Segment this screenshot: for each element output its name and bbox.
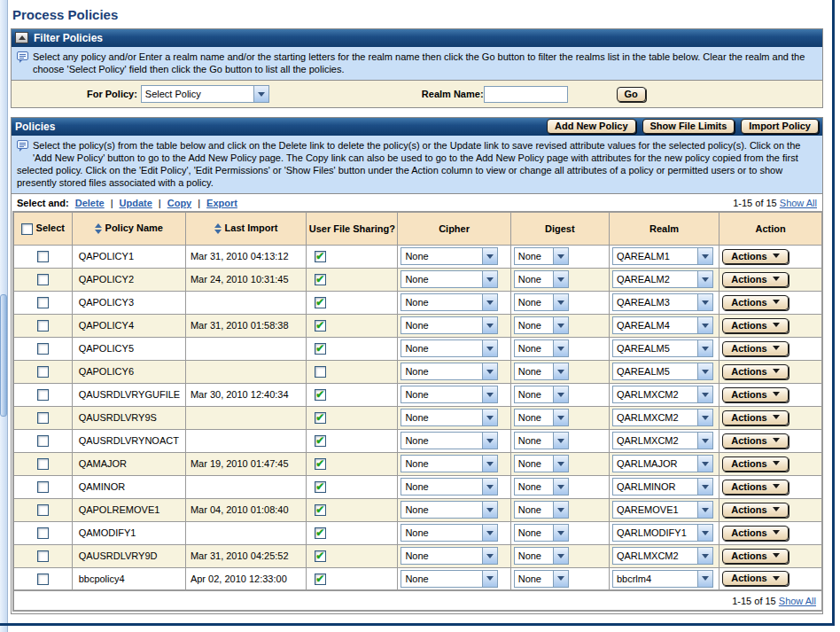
- digest-select[interactable]: None: [514, 293, 569, 311]
- col-last-import[interactable]: Last Import: [185, 212, 306, 245]
- user-file-sharing-checkbox[interactable]: [315, 297, 326, 308]
- sort-icon[interactable]: [95, 223, 102, 234]
- actions-button[interactable]: Actions: [722, 318, 788, 333]
- actions-button[interactable]: Actions: [722, 295, 788, 310]
- realm-select[interactable]: QARLMXCM2: [612, 409, 713, 426]
- realm-select[interactable]: QAREALM4: [612, 316, 713, 334]
- realm-select[interactable]: QAREALM5: [612, 363, 713, 380]
- cipher-select[interactable]: None: [401, 316, 498, 334]
- user-file-sharing-checkbox[interactable]: [315, 458, 326, 470]
- cipher-select[interactable]: None: [401, 363, 498, 380]
- actions-button[interactable]: Actions: [722, 433, 788, 449]
- row-select-checkbox[interactable]: [37, 527, 49, 539]
- row-select-checkbox[interactable]: [37, 504, 49, 516]
- realm-select[interactable]: QAREALM1: [612, 247, 713, 265]
- digest-select[interactable]: None: [514, 455, 569, 472]
- select-all-checkbox[interactable]: [21, 223, 33, 235]
- cipher-select[interactable]: None: [401, 270, 498, 288]
- col-policy-name[interactable]: Policy Name: [72, 212, 185, 245]
- show-file-limits-button[interactable]: Show File Limits: [642, 119, 735, 134]
- actions-button[interactable]: Actions: [722, 480, 788, 495]
- left-scrollbar[interactable]: [0, 0, 8, 632]
- realm-select[interactable]: QARLMAJOR: [612, 455, 713, 472]
- cipher-select[interactable]: None: [401, 293, 498, 311]
- cipher-select[interactable]: None: [401, 432, 498, 449]
- user-file-sharing-checkbox[interactable]: [315, 389, 326, 401]
- row-select-checkbox[interactable]: [37, 412, 49, 424]
- user-file-sharing-checkbox[interactable]: [315, 573, 326, 585]
- user-file-sharing-checkbox[interactable]: [315, 527, 326, 539]
- digest-select[interactable]: None: [514, 270, 569, 288]
- cipher-select[interactable]: None: [401, 455, 498, 472]
- go-button[interactable]: Go: [617, 87, 646, 102]
- actions-button[interactable]: Actions: [722, 272, 788, 287]
- row-select-checkbox[interactable]: [37, 343, 49, 355]
- user-file-sharing-checkbox[interactable]: [315, 504, 326, 516]
- actions-button[interactable]: Actions: [722, 341, 788, 356]
- copy-link[interactable]: Copy: [167, 198, 192, 208]
- realm-select[interactable]: QAREALM2: [612, 270, 713, 288]
- digest-select[interactable]: None: [514, 432, 569, 449]
- collapse-panel-button[interactable]: [15, 32, 28, 43]
- row-select-checkbox[interactable]: [37, 366, 49, 378]
- cipher-select[interactable]: None: [401, 409, 498, 426]
- digest-select[interactable]: None: [514, 547, 569, 565]
- policy-select[interactable]: Select Policy: [141, 85, 269, 103]
- cipher-select[interactable]: None: [401, 524, 498, 542]
- left-scrollbar-thumb[interactable]: [0, 294, 7, 417]
- row-select-checkbox[interactable]: [37, 251, 49, 262]
- user-file-sharing-checkbox[interactable]: [315, 251, 326, 262]
- realm-select[interactable]: QAREMOVE1: [612, 501, 713, 519]
- row-select-checkbox[interactable]: [37, 573, 49, 585]
- update-link[interactable]: Update: [120, 198, 152, 208]
- actions-button[interactable]: Actions: [722, 387, 788, 402]
- row-select-checkbox[interactable]: [37, 458, 49, 470]
- cipher-select[interactable]: None: [401, 247, 498, 265]
- row-select-checkbox[interactable]: [37, 320, 49, 332]
- user-file-sharing-checkbox[interactable]: [315, 343, 326, 355]
- sort-icon[interactable]: [214, 223, 222, 234]
- actions-button[interactable]: Actions: [722, 503, 788, 518]
- realm-select[interactable]: QARLMXCM2: [612, 386, 713, 403]
- actions-button[interactable]: Actions: [722, 526, 788, 541]
- add-new-policy-button[interactable]: Add New Policy: [547, 119, 636, 134]
- actions-button[interactable]: Actions: [722, 249, 788, 264]
- user-file-sharing-checkbox[interactable]: [315, 274, 326, 285]
- row-select-checkbox[interactable]: [37, 297, 49, 308]
- delete-link[interactable]: Delete: [75, 198, 105, 208]
- cipher-select[interactable]: None: [401, 386, 498, 403]
- digest-select[interactable]: None: [514, 316, 569, 334]
- realm-select[interactable]: QARLMXCM2: [612, 432, 713, 449]
- actions-button[interactable]: Actions: [722, 549, 788, 564]
- digest-select[interactable]: None: [514, 570, 569, 588]
- user-file-sharing-checkbox[interactable]: [315, 366, 326, 378]
- digest-select[interactable]: None: [514, 386, 569, 403]
- digest-select[interactable]: None: [514, 339, 569, 357]
- cipher-select[interactable]: None: [401, 547, 498, 565]
- row-select-checkbox[interactable]: [37, 435, 49, 447]
- cipher-select[interactable]: None: [401, 339, 498, 357]
- show-all-link[interactable]: Show All: [779, 596, 816, 606]
- user-file-sharing-checkbox[interactable]: [315, 435, 326, 447]
- actions-button[interactable]: Actions: [722, 410, 788, 425]
- row-select-checkbox[interactable]: [37, 550, 49, 562]
- realm-select[interactable]: QAREALM5: [612, 339, 713, 357]
- import-policy-button[interactable]: Import Policy: [741, 119, 819, 134]
- digest-select[interactable]: None: [514, 478, 569, 495]
- row-select-checkbox[interactable]: [37, 481, 49, 493]
- user-file-sharing-checkbox[interactable]: [315, 320, 326, 332]
- export-link[interactable]: Export: [206, 198, 237, 208]
- row-select-checkbox[interactable]: [37, 389, 49, 401]
- cipher-select[interactable]: None: [401, 570, 498, 588]
- realm-name-input[interactable]: [484, 86, 568, 103]
- cipher-select[interactable]: None: [401, 478, 498, 495]
- row-select-checkbox[interactable]: [37, 274, 49, 285]
- user-file-sharing-checkbox[interactable]: [315, 481, 326, 493]
- show-all-link[interactable]: Show All: [780, 198, 817, 208]
- digest-select[interactable]: None: [514, 363, 569, 380]
- actions-button[interactable]: Actions: [722, 364, 788, 379]
- realm-select[interactable]: bbcrlm4: [612, 570, 713, 588]
- user-file-sharing-checkbox[interactable]: [315, 412, 326, 424]
- realm-select[interactable]: QARLMINOR: [612, 478, 713, 495]
- realm-select[interactable]: QARLMXCM2: [612, 547, 713, 565]
